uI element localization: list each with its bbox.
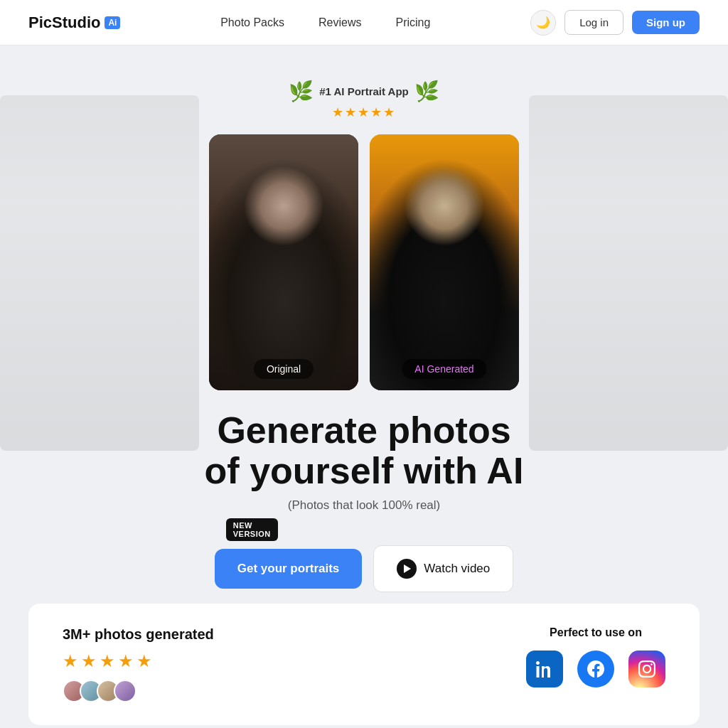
award-badge: 🌿 #1 AI Portrait App 🌿 ★★★★★ — [289, 80, 439, 120]
ai-generated-label: AI Generated — [402, 359, 486, 379]
headline: Generate photos of yourself with AI — [205, 410, 524, 491]
social-icons — [526, 651, 665, 687]
headline-line1: Generate photos — [217, 410, 510, 451]
user-avatars — [63, 680, 214, 702]
logo[interactable]: PicStudio Ai — [28, 14, 120, 32]
photo-card-ai: AI Generated — [370, 134, 519, 390]
nav-photo-packs[interactable]: Photo Packs — [220, 16, 284, 29]
star-5: ★ — [136, 651, 152, 671]
nav-reviews[interactable]: Reviews — [318, 16, 361, 29]
original-label: Original — [254, 359, 314, 379]
award-text: #1 AI Portrait App — [319, 85, 409, 97]
award-stars: ★★★★★ — [332, 105, 396, 120]
navbar: PicStudio Ai Photo Packs Reviews Pricing… — [0, 0, 728, 46]
login-button[interactable]: Log in — [564, 10, 623, 35]
cta-area: NEWVERSION Get your portraits Watch vide… — [215, 518, 514, 592]
signup-button[interactable]: Sign up — [632, 11, 700, 34]
rating-stars: ★ ★ ★ ★ ★ — [63, 651, 214, 671]
stats-left: 3M+ photos generated ★ ★ ★ ★ ★ — [63, 626, 214, 702]
get-portraits-button[interactable]: Get your portraits — [215, 549, 363, 589]
ai-photo — [370, 134, 519, 390]
laurel-wrap: 🌿 #1 AI Portrait App 🌿 — [289, 80, 439, 103]
theme-toggle-button[interactable]: 🌙 — [530, 10, 556, 36]
photo-cards: Original AI Generated — [209, 134, 519, 390]
new-version-badge: NEWVERSION — [226, 518, 278, 541]
bg-portrait-left — [0, 95, 199, 451]
original-photo — [209, 134, 358, 390]
stats-section: 3M+ photos generated ★ ★ ★ ★ ★ Perfect t… — [28, 604, 700, 725]
nav-links: Photo Packs Reviews Pricing — [220, 16, 430, 29]
play-icon — [397, 559, 417, 579]
laurel-left-icon: 🌿 — [289, 80, 314, 103]
star-2: ★ — [81, 651, 97, 671]
watch-video-label: Watch video — [424, 562, 490, 576]
laurel-right-icon: 🌿 — [414, 80, 439, 103]
star-4: ★ — [118, 651, 134, 671]
photo-card-original: Original — [209, 134, 358, 390]
nav-right: 🌙 Log in Sign up — [530, 10, 700, 36]
ghost-face-left — [0, 95, 199, 451]
watch-video-button[interactable]: Watch video — [373, 545, 513, 592]
linkedin-icon[interactable] — [526, 651, 563, 687]
stats-right: Perfect to use on — [526, 626, 665, 687]
logo-text: PicStudio — [28, 14, 100, 32]
instagram-icon[interactable] — [628, 651, 665, 687]
bg-portrait-right — [529, 95, 728, 451]
nav-pricing[interactable]: Pricing — [395, 16, 430, 29]
play-triangle-icon — [404, 564, 411, 573]
logo-ai-badge: Ai — [105, 16, 120, 29]
perfect-label: Perfect to use on — [550, 626, 642, 639]
avatar-4 — [114, 680, 136, 702]
subheadline: (Photos that look 100% real) — [288, 498, 441, 513]
star-3: ★ — [100, 651, 115, 671]
ghost-face-right — [529, 95, 728, 451]
facebook-icon[interactable] — [577, 651, 614, 687]
hero-section: 🌿 #1 AI Portrait App 🌿 ★★★★★ Original AI… — [0, 46, 728, 728]
cta-buttons: Get your portraits Watch video — [215, 545, 514, 592]
star-1: ★ — [63, 651, 78, 671]
headline-line2: of yourself with AI — [205, 450, 524, 491]
photos-generated-count: 3M+ photos generated — [63, 626, 214, 643]
